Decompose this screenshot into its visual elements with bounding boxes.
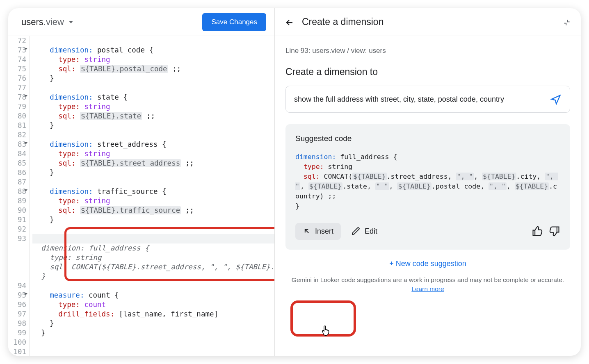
insert-label: Insert bbox=[315, 227, 333, 236]
context-breadcrumb: Line 93: users.view / view: users bbox=[285, 47, 570, 55]
svg-point-0 bbox=[559, 95, 561, 97]
file-ext: .view bbox=[43, 17, 64, 27]
line-number-gutter: 7273747576777879808182838485868788899091… bbox=[8, 36, 30, 356]
editor-header: users.view Save Changes bbox=[8, 8, 274, 36]
insert-button[interactable]: Insert bbox=[295, 223, 341, 240]
code-content[interactable]: dimension: postal_code { type: string sq… bbox=[30, 36, 274, 356]
back-arrow-icon[interactable] bbox=[285, 16, 294, 27]
editor-pane: users.view Save Changes 7273747576777879… bbox=[8, 8, 275, 356]
prompt-text: show the full address with street, city,… bbox=[294, 95, 545, 104]
file-dropdown[interactable]: users.view bbox=[21, 17, 73, 27]
suggested-code-block: dimension: full_address { type: string s… bbox=[295, 152, 560, 211]
cursor-pointer-icon bbox=[322, 325, 331, 336]
new-code-suggestion: + New code suggestion bbox=[285, 259, 570, 268]
suggested-code-title: Suggested code bbox=[295, 134, 560, 143]
pencil-icon bbox=[352, 227, 361, 236]
suggestion-actions: Insert Edit bbox=[295, 223, 560, 240]
highlight-box-insert bbox=[290, 300, 356, 337]
chevron-down-icon bbox=[69, 21, 73, 23]
edit-label: Edit bbox=[365, 227, 377, 236]
panel-title: Create a dimension bbox=[302, 16, 555, 27]
file-name: users bbox=[21, 17, 43, 27]
disclaimer-text: Gemini in Looker code suggestions are a … bbox=[285, 275, 570, 302]
panel-header: Create a dimension bbox=[275, 8, 581, 36]
thumbs-up-icon[interactable] bbox=[532, 225, 543, 237]
insert-arrow-icon bbox=[303, 227, 311, 235]
save-changes-button[interactable]: Save Changes bbox=[202, 13, 266, 31]
new-code-suggestion-link[interactable]: + New code suggestion bbox=[389, 259, 466, 268]
suggested-code-card: Suggested code dimension: full_address {… bbox=[285, 124, 570, 250]
prompt-input-box[interactable]: show the full address with street, city,… bbox=[285, 86, 570, 113]
send-icon[interactable] bbox=[550, 93, 562, 105]
thumbs-down-icon[interactable] bbox=[549, 225, 560, 237]
panel-body: Line 93: users.view / view: users Create… bbox=[275, 36, 581, 356]
prompt-heading: Create a dimension to bbox=[285, 66, 570, 77]
learn-more-link[interactable]: Learn more bbox=[411, 285, 444, 292]
code-editor[interactable]: 7273747576777879808182838485868788899091… bbox=[8, 36, 274, 356]
assistant-panel: Create a dimension Line 93: users.view /… bbox=[275, 8, 581, 356]
edit-button[interactable]: Edit bbox=[347, 223, 382, 240]
collapse-icon[interactable] bbox=[563, 17, 571, 27]
